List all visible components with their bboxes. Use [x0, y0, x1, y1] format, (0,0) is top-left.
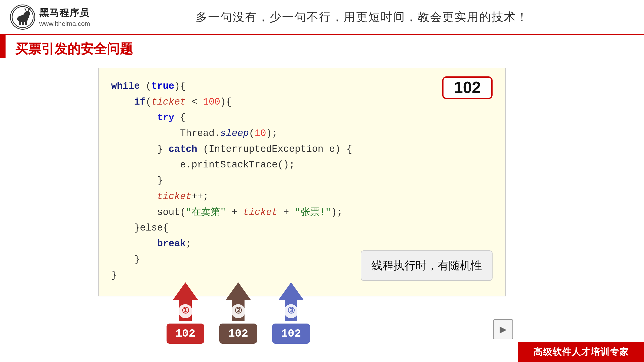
code-line-9: sout("在卖第" + ticket + "张票!");: [111, 205, 493, 220]
arrow-thread-2: ② 102: [219, 280, 257, 344]
code-line-8: ticket++;: [111, 189, 493, 205]
header: 黑马程序员 www.itheima.com 多一句没有，少一句不行，用更短时间，…: [0, 0, 644, 35]
code-line-5: } catch (InterruptedException e) {: [111, 142, 493, 157]
arrow-thread-1: ① 102: [167, 280, 204, 344]
arrow-2-icon: ②: [223, 280, 253, 323]
svg-text:②: ②: [234, 306, 242, 316]
svg-rect-4: [22, 21, 24, 25]
code-line-6: e.printStackTrace();: [111, 157, 493, 173]
ticket-value: 102: [454, 74, 481, 101]
arrow-1-icon: ①: [170, 280, 200, 323]
code-line-3: try {: [111, 110, 493, 126]
tooltip-box: 线程执行时，有随机性: [361, 250, 493, 281]
brand-name: 黑马程序员: [39, 7, 90, 19]
arrow-2-value: 102: [219, 324, 257, 344]
code-line-4: Thread.sleep(10);: [111, 126, 493, 142]
svg-rect-3: [19, 20, 21, 25]
logo-area: 黑马程序员 www.itheima.com: [10, 5, 90, 30]
arrow-3-icon: ③: [276, 280, 306, 323]
header-slogan: 多一句没有，少一句不行，用更短时间，教会更实用的技术！: [90, 9, 634, 25]
arrow-1-value: 102: [167, 324, 204, 344]
page-title: 买票引发的安全问题: [15, 40, 133, 58]
code-box: 102 while (true){ if(ticket < 100){ try …: [98, 68, 506, 296]
code-line-1: while (true){: [111, 78, 493, 94]
play-button[interactable]: ▶: [493, 319, 513, 339]
arrow-thread-3: ③ 102: [272, 280, 310, 344]
ticket-badge: 102: [442, 76, 493, 99]
svg-rect-5: [25, 20, 27, 25]
bottom-banner: 高级软件人才培训专家: [518, 342, 644, 362]
red-accent-bar: [0, 35, 6, 58]
code-line-11: break;: [111, 236, 493, 252]
bottom-banner-text: 高级软件人才培训专家: [533, 346, 629, 358]
svg-text:③: ③: [287, 306, 295, 316]
tooltip-text: 线程执行时，有随机性: [371, 259, 482, 272]
logo-text: 黑马程序员 www.itheima.com: [39, 7, 90, 28]
arrows-area: ① 102 ② 102 ③ 102: [167, 280, 310, 344]
play-icon: ▶: [500, 324, 507, 335]
arrow-3-value: 102: [272, 324, 310, 344]
code-line-7: }: [111, 173, 493, 189]
code-line-2: if(ticket < 100){: [111, 94, 493, 110]
svg-text:①: ①: [182, 306, 189, 316]
brand-url: www.itheima.com: [39, 20, 90, 28]
logo-icon: [10, 5, 35, 30]
code-line-10: }else{: [111, 220, 493, 236]
